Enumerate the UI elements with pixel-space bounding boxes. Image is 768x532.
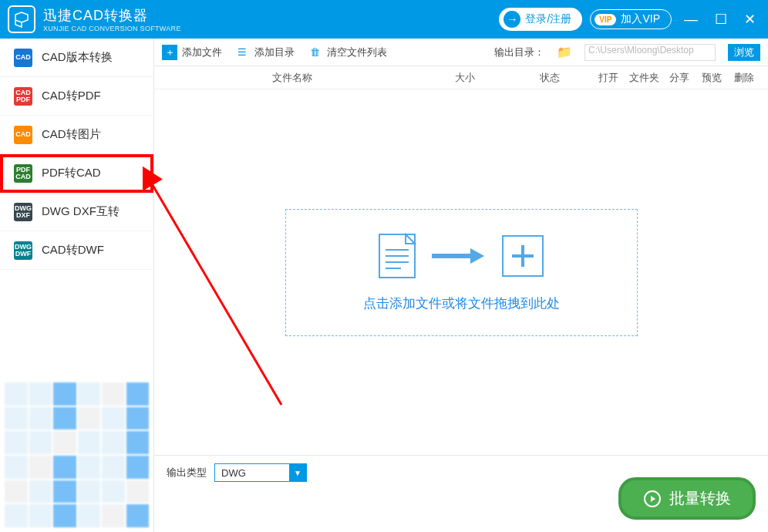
col-status: 状态 bbox=[507, 71, 592, 85]
col-open: 打开 bbox=[592, 71, 625, 85]
vip-button[interactable]: VIP 加入VIP bbox=[590, 9, 672, 29]
sidebar-ad-area bbox=[0, 378, 153, 532]
add-file-button[interactable]: ＋ 添加文件 bbox=[162, 45, 222, 60]
vip-badge: VIP bbox=[595, 14, 616, 25]
sidebar-item-label: PDF转CAD bbox=[42, 166, 101, 180]
add-dir-label: 添加目录 bbox=[254, 45, 295, 59]
folder-icon: 📁 bbox=[557, 45, 572, 59]
col-filename: 文件名称 bbox=[162, 71, 423, 85]
sidebar-item-dwg-dxf[interactable]: DWGDXF DWG DXF互转 bbox=[0, 193, 153, 231]
drop-hint: 点击添加文件或将文件拖拽到此处 bbox=[363, 295, 560, 312]
bottom-bar: 输出类型 DWG ▼ 批量转换 bbox=[154, 455, 768, 532]
cad-pdf-icon: CADPDF bbox=[14, 87, 32, 106]
col-size: 大小 bbox=[423, 71, 507, 85]
trash-icon: 🗑 bbox=[307, 45, 322, 60]
batch-convert-button[interactable]: 批量转换 bbox=[618, 477, 756, 520]
titlebar: 迅捷CAD转换器 XUNJIE CAD CONVERSION SOFTWARE … bbox=[0, 0, 768, 39]
pdf-cad-icon: PDFCAD bbox=[14, 164, 32, 183]
sidebar-item-cad-to-pdf[interactable]: CADPDF CAD转PDF bbox=[0, 77, 153, 116]
dwg-dxf-icon: DWGDXF bbox=[14, 203, 32, 221]
sidebar-item-label: CAD版本转换 bbox=[42, 50, 113, 65]
cad-dwf-icon: DWGDWF bbox=[14, 241, 32, 260]
minimize-button[interactable]: — bbox=[679, 12, 702, 28]
maximize-button[interactable]: ☐ bbox=[710, 11, 732, 28]
drop-graphics bbox=[363, 233, 560, 279]
sidebar-item-label: DWG DXF互转 bbox=[42, 204, 120, 219]
col-delete: 删除 bbox=[728, 71, 760, 85]
col-folder: 文件夹 bbox=[625, 71, 663, 85]
list-icon: ☰ bbox=[234, 45, 250, 60]
cad-image-icon: CAD bbox=[14, 126, 32, 144]
sidebar: CAD CAD版本转换 CADPDF CAD转PDF CAD CAD转图片 PD… bbox=[0, 39, 154, 532]
sidebar-item-label: CAD转PDF bbox=[42, 89, 101, 103]
arrow-right-icon: → bbox=[504, 11, 520, 28]
play-icon bbox=[643, 490, 662, 508]
app-subtitle: XUNJIE CAD CONVERSION SOFTWARE bbox=[43, 25, 181, 32]
sidebar-item-cad-to-image[interactable]: CAD CAD转图片 bbox=[0, 116, 153, 154]
col-preview: 预览 bbox=[696, 71, 728, 85]
chevron-down-icon: ▼ bbox=[289, 464, 306, 481]
app-title: 迅捷CAD转换器 bbox=[43, 6, 181, 25]
document-icon bbox=[378, 233, 416, 279]
cad-version-icon: CAD bbox=[14, 49, 32, 67]
sidebar-item-label: CAD转图片 bbox=[42, 127, 101, 142]
outdir-label: 输出目录： bbox=[494, 45, 544, 59]
arrow-right-icon bbox=[432, 247, 486, 265]
sidebar-item-cad-to-dwf[interactable]: DWGDWF CAD转DWF bbox=[0, 231, 153, 270]
login-button[interactable]: → 登录/注册 bbox=[499, 8, 582, 31]
list-header: 文件名称 大小 状态 打开 文件夹 分享 预览 删除 bbox=[154, 66, 768, 89]
outtype-label: 输出类型 bbox=[167, 466, 207, 480]
sidebar-item-pdf-to-cad[interactable]: PDFCAD PDF转CAD bbox=[0, 154, 153, 193]
sidebar-item-label: CAD转DWF bbox=[42, 243, 104, 258]
browse-button[interactable]: 浏览 bbox=[728, 44, 760, 61]
plus-icon: ＋ bbox=[162, 45, 177, 60]
clear-list-label: 清空文件列表 bbox=[327, 45, 387, 59]
outdir-path-input[interactable]: C:\Users\Mloong\Desktop bbox=[584, 44, 716, 61]
outtype-value: DWG bbox=[221, 467, 246, 479]
add-file-label: 添加文件 bbox=[182, 45, 222, 59]
close-button[interactable]: ✕ bbox=[739, 11, 760, 28]
clear-list-button[interactable]: 🗑 清空文件列表 bbox=[307, 45, 387, 60]
add-dir-button[interactable]: ☰ 添加目录 bbox=[234, 45, 295, 60]
app-logo-icon bbox=[8, 5, 35, 33]
col-share: 分享 bbox=[663, 71, 696, 85]
vip-label: 加入VIP bbox=[621, 12, 660, 26]
sidebar-item-cad-version[interactable]: CAD CAD版本转换 bbox=[0, 39, 153, 77]
toolbar: ＋ 添加文件 ☰ 添加目录 🗑 清空文件列表 输出目录： 📁 C:\Users\… bbox=[154, 39, 768, 66]
convert-label: 批量转换 bbox=[669, 488, 731, 509]
login-label: 登录/注册 bbox=[525, 12, 571, 26]
outtype-select[interactable]: DWG ▼ bbox=[214, 463, 307, 482]
drop-zone[interactable]: 点击添加文件或将文件拖拽到此处 bbox=[285, 209, 638, 336]
add-box-icon bbox=[501, 234, 544, 278]
